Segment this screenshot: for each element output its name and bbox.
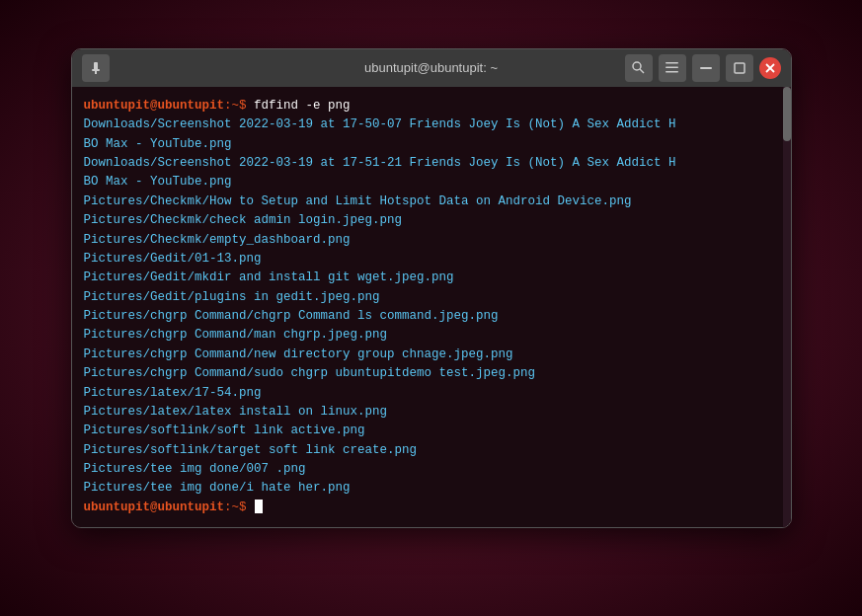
cursor	[255, 500, 263, 513]
file-dir-12: Pictures/chgrp Command/	[84, 366, 255, 380]
close-button[interactable]	[759, 57, 781, 79]
file-dir-1: Downloads/	[84, 117, 158, 131]
output-line-5: Pictures/Checkmk/empty_dashboard.png	[84, 231, 779, 250]
prompt-path: :~$	[224, 99, 254, 113]
final-prompt-user: ubuntupit@ubuntupit	[84, 500, 225, 514]
output-line-14: Pictures/latex/latex install on linux.pn…	[84, 403, 779, 422]
svg-line-4	[640, 69, 644, 73]
output-line-4: Pictures/Checkmk/check admin login.jpeg.…	[84, 211, 779, 230]
file-name-2: Screenshot 2022-03-19 at 17-51-21 Friend…	[84, 156, 676, 189]
file-dir-8: Pictures/Gedit/	[84, 290, 196, 304]
output-line-3: Pictures/Checkmk/How to Setup and Limit …	[84, 192, 779, 211]
pin-button[interactable]	[82, 54, 110, 82]
file-dir-10: Pictures/chgrp Command/	[84, 328, 255, 342]
svg-rect-8	[700, 67, 712, 69]
file-name-1: Screenshot 2022-03-19 at 17-50-07 Friend…	[84, 117, 676, 150]
svg-point-3	[633, 62, 641, 70]
terminal-body[interactable]: ubuntupit@ubuntupit:~$ fdfind -e png Dow…	[72, 87, 791, 527]
final-prompt-suffix: :~$	[224, 500, 254, 514]
scrollbar-track[interactable]	[783, 87, 791, 527]
file-dir-9: Pictures/chgrp Command/	[84, 309, 255, 323]
file-name-3: How to Setup and Limit Hotspot Data on A…	[209, 194, 632, 208]
file-name-8: plugins in gedit.jpeg.png	[195, 290, 380, 304]
svg-rect-6	[666, 67, 678, 69]
file-dir-14: Pictures/latex/	[84, 405, 196, 419]
prompt-user: ubuntupit@ubuntupit	[84, 99, 225, 113]
file-dir-18: Pictures/tee img done/	[84, 481, 247, 495]
output-line-15: Pictures/softlink/soft link active.png	[84, 422, 779, 440]
minimize-button[interactable]	[692, 54, 720, 82]
search-button[interactable]	[625, 54, 653, 82]
output-line-13: Pictures/latex/17-54.png	[84, 384, 779, 403]
file-name-17: 007 .png	[247, 462, 306, 476]
menu-button[interactable]	[659, 54, 686, 82]
final-prompt-line: ubuntupit@ubuntupit:~$	[84, 499, 779, 517]
file-name-10: man chgrp.jpeg.png	[254, 328, 387, 342]
terminal-window: ubuntupit@ubuntupit: ~	[71, 48, 792, 528]
scrollbar-thumb[interactable]	[783, 87, 791, 141]
file-name-7: mkdir and install git wget.jpeg.png	[195, 270, 454, 284]
output-line-9: Pictures/chgrp Command/chgrp Command ls …	[84, 307, 779, 326]
file-name-13: 17-54.png	[195, 386, 262, 400]
window-title: ubuntupit@ubuntupit: ~	[364, 60, 498, 75]
file-name-9: chgrp Command ls command.jpeg.png	[254, 309, 499, 323]
file-dir-2: Downloads/	[84, 156, 158, 170]
file-dir-7: Pictures/Gedit/	[84, 270, 196, 284]
terminal-wrapper[interactable]: ubuntupit@ubuntupit:~$ fdfind -e png Dow…	[72, 87, 791, 527]
file-name-5: empty_dashboard.png	[209, 233, 351, 247]
file-name-18: i hate her.png	[247, 481, 351, 495]
command-text: fdfind -e png	[254, 99, 351, 113]
svg-rect-5	[666, 62, 678, 64]
file-name-11: new directory group chnage.jpeg.png	[254, 347, 513, 361]
output-line-12: Pictures/chgrp Command/sudo chgrp ubuntu…	[84, 364, 779, 383]
file-dir-5: Pictures/Checkmk/	[84, 233, 210, 247]
svg-rect-2	[95, 71, 97, 74]
file-name-16: target soft link create.png	[217, 443, 418, 457]
file-dir-16: Pictures/softlink/	[84, 443, 217, 457]
file-name-14: latex install on linux.png	[195, 405, 387, 419]
output-line-16: Pictures/softlink/target soft link creat…	[84, 441, 779, 460]
output-line-8: Pictures/Gedit/plugins in gedit.jpeg.png	[84, 288, 779, 307]
svg-rect-7	[666, 71, 678, 73]
file-dir-4: Pictures/Checkmk/	[84, 213, 210, 227]
file-name-4: check admin login.jpeg.png	[209, 213, 402, 227]
file-dir-13: Pictures/latex/	[84, 386, 196, 400]
titlebar-controls	[625, 54, 781, 82]
output-line-10: Pictures/chgrp Command/man chgrp.jpeg.pn…	[84, 326, 779, 345]
titlebar: ubuntupit@ubuntupit: ~	[72, 49, 791, 87]
svg-rect-9	[735, 63, 744, 73]
output-line-1: Downloads/Screenshot 2022-03-19 at 17-50…	[84, 116, 779, 154]
output-line-6: Pictures/Gedit/01-13.png	[84, 250, 779, 269]
file-name-15: soft link active.png	[217, 424, 365, 437]
file-name-6: 01-13.png	[195, 252, 262, 266]
titlebar-left	[82, 54, 110, 82]
svg-rect-0	[94, 62, 98, 70]
command-line: ubuntupit@ubuntupit:~$ fdfind -e png	[84, 97, 779, 116]
file-dir-17: Pictures/tee img done/	[84, 462, 247, 476]
file-dir-11: Pictures/chgrp Command/	[84, 347, 255, 361]
output-line-17: Pictures/tee img done/007 .png	[84, 460, 779, 479]
file-name-12: sudo chgrp ubuntupitdemo test.jpeg.png	[254, 366, 535, 380]
output-line-2: Downloads/Screenshot 2022-03-19 at 17-51…	[84, 154, 779, 192]
file-dir-15: Pictures/softlink/	[84, 424, 217, 437]
file-dir-6: Pictures/Gedit/	[84, 252, 196, 266]
output-line-18: Pictures/tee img done/i hate her.png	[84, 479, 779, 498]
maximize-button[interactable]	[726, 54, 753, 82]
output-line-11: Pictures/chgrp Command/new directory gro…	[84, 346, 779, 364]
output-line-7: Pictures/Gedit/mkdir and install git wge…	[84, 269, 779, 287]
svg-rect-1	[92, 69, 100, 71]
file-dir-3: Pictures/Checkmk/	[84, 194, 210, 208]
